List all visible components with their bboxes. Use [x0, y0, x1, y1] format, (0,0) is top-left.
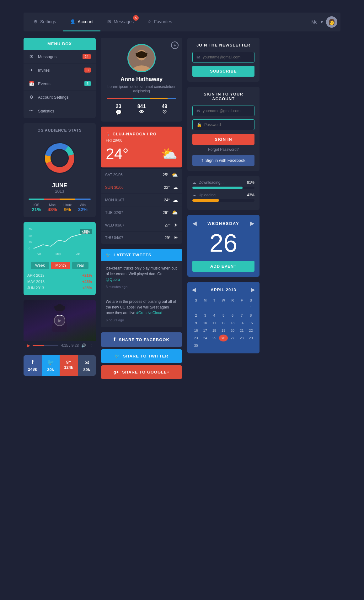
cal-grid-next-btn[interactable]: ▶ — [251, 286, 255, 293]
cal-day-cell[interactable]: 5 — [219, 312, 228, 319]
signin-password-input[interactable] — [204, 123, 251, 127]
add-event-button[interactable]: ADD EVENT — [192, 261, 254, 272]
cal-day-cell[interactable]: 26 — [219, 335, 228, 341]
cal-day-cell[interactable]: 1 — [247, 304, 255, 311]
menu-box: MENU BOX ✉ Messages 24 ✈ Invites 3 📅 Eve… — [24, 38, 96, 118]
nav-tab-settings[interactable]: ⚙ Settings — [27, 13, 63, 31]
nav-tab-settings-label: Settings — [40, 19, 56, 24]
forecast-tue: TUE 02/07 26° ⛅ — [101, 206, 182, 219]
messages-icon: ✉ — [107, 19, 111, 24]
cal-day-cell[interactable]: 16 — [192, 327, 200, 334]
subscribe-button[interactable]: SUBSCRIBE — [192, 66, 254, 77]
play-icon[interactable]: ▶ — [27, 343, 30, 348]
cal-day-cell[interactable]: 18 — [210, 327, 218, 334]
facebook-signin-button[interactable]: f Sign in with Facebook — [192, 155, 254, 166]
messages-count-badge: 24 — [83, 54, 91, 59]
social-twitter[interactable]: 🐦 30k — [42, 355, 60, 376]
cal-day-cell[interactable]: 30 — [192, 342, 200, 349]
svg-text:0: 0 — [29, 247, 30, 250]
forecast-day-mon: MON 01/07 — [105, 198, 127, 202]
cal-day-cell[interactable]: 20 — [228, 327, 237, 334]
likes-count: 49 — [153, 104, 176, 109]
newsletter-title: JOIN THE NEWSLETTER — [192, 43, 254, 47]
fullscreen-icon[interactable]: ⛶ — [88, 344, 92, 347]
nav-user[interactable]: Me ▾ 👩 — [312, 16, 337, 28]
social-googleplus[interactable]: g+ 124k — [60, 355, 78, 376]
calendar-prev-btn[interactable]: ◀ — [192, 220, 197, 227]
cal-day-cell — [192, 304, 200, 311]
svg-text:Apr: Apr — [37, 252, 41, 255]
profile-avatar — [127, 44, 156, 72]
add-button[interactable]: + — [171, 41, 179, 49]
cal-day-cell[interactable]: 3 — [201, 312, 209, 319]
social-email[interactable]: ✉ 89k — [78, 355, 96, 376]
cal-day-cell[interactable]: 8 — [247, 312, 255, 319]
cal-grid-prev-btn[interactable]: ◀ — [192, 286, 196, 293]
os-stat-linux: Linux 9% — [63, 203, 72, 212]
signin-button[interactable]: SIGN IN — [192, 134, 254, 145]
tweet-2: We are in the process of pushing out all… — [101, 294, 182, 328]
cal-day-cell[interactable]: 10 — [201, 319, 209, 326]
cal-day-cell[interactable]: 24 — [201, 335, 209, 341]
share-googleplus-button[interactable]: g+ SHARE TO GOOGLE+ — [101, 365, 182, 379]
top-nav: ⚙ Settings 👤 Account ✉ Messages 5 ☆ Favo… — [24, 13, 340, 31]
calendar-icon: 📅 — [29, 81, 34, 86]
tweet-1-link[interactable]: @Quora — [106, 277, 120, 282]
svg-text:Jun: Jun — [76, 252, 81, 255]
cal-day-cell[interactable]: 7 — [238, 312, 246, 319]
cal-day-cell[interactable]: 12 — [219, 319, 228, 326]
cal-day-cell[interactable]: 23 — [192, 335, 200, 341]
menu-item-account-settings[interactable]: ⚙ Account Settings — [24, 90, 96, 104]
chart-may-label: MAY 2013 — [27, 280, 45, 284]
share-twitter-button[interactable]: 🐦 SHARE TO TWITTER — [101, 349, 182, 363]
menu-item-messages[interactable]: ✉ Messages 24 — [24, 50, 96, 63]
forgot-password-link[interactable]: Forgot Password? — [192, 147, 254, 152]
cal-day-cell — [219, 342, 228, 349]
cal-day-cell[interactable]: 17 — [201, 327, 209, 334]
chart-apr-label: APR 2013 — [27, 273, 45, 278]
nav-tab-favorites[interactable]: ☆ Favorites — [141, 13, 179, 31]
email-count: 89k — [80, 367, 94, 372]
comments-count: 23 — [107, 104, 130, 109]
cal-day-cell[interactable]: 13 — [228, 319, 237, 326]
week-btn[interactable]: Week — [31, 262, 49, 269]
cal-day-cell[interactable]: 14 — [238, 319, 246, 326]
download-track — [192, 187, 254, 189]
tweet-2-link[interactable]: #CreativeCloud — [136, 311, 162, 315]
volume-icon[interactable]: 🔊 — [81, 343, 86, 348]
cal-header-cell: T — [210, 297, 218, 304]
cal-day-cell[interactable]: 2 — [192, 312, 200, 319]
cal-day-cell[interactable]: 21 — [238, 327, 246, 334]
year-btn[interactable]: Year — [72, 262, 88, 269]
upload-info: ☁ Uploading... 43% — [192, 193, 254, 197]
cal-day-cell[interactable]: 29 — [247, 335, 255, 341]
cal-day-cell[interactable]: 27 — [228, 335, 237, 341]
cal-day-cell[interactable]: 6 — [228, 312, 237, 319]
calendar-day-name: WEDNESDAY — [207, 221, 239, 226]
calendar-day-number: 26 — [192, 231, 254, 256]
cal-day-cell[interactable]: 25 — [210, 335, 218, 341]
newsletter-email-input[interactable] — [203, 55, 250, 59]
cal-day-cell[interactable]: 22 — [247, 327, 255, 334]
chart-stat-jun: JUN 2013 +35% — [27, 285, 92, 291]
menu-item-events[interactable]: 📅 Events 5 — [24, 77, 96, 90]
month-btn[interactable]: Month — [51, 262, 70, 269]
cal-day-cell[interactable]: 11 — [210, 319, 218, 326]
social-facebook[interactable]: f 248k — [24, 355, 42, 376]
menu-item-statistics[interactable]: 〜 Statistics — [24, 104, 96, 118]
os-stat-mac: Mac 48% — [48, 203, 57, 212]
signin-email-input[interactable] — [203, 109, 250, 113]
nav-tab-account[interactable]: 👤 Account — [63, 13, 101, 31]
nav-tab-messages[interactable]: ✉ Messages 5 — [100, 13, 141, 31]
video-progress-bar[interactable] — [33, 345, 58, 346]
menu-item-invites[interactable]: ✈ Invites 3 — [24, 63, 96, 77]
calendar-next-btn[interactable]: ▶ — [250, 220, 254, 227]
cal-day-cell[interactable]: 9 — [192, 319, 200, 326]
cal-day-cell[interactable]: 28 — [238, 335, 246, 341]
cal-day-cell[interactable]: 19 — [219, 327, 228, 334]
svg-point-5 — [51, 150, 68, 166]
share-facebook-button[interactable]: f SHARE TO FACEBOOK — [101, 332, 182, 347]
cal-day-cell[interactable]: 15 — [247, 319, 255, 326]
cal-day-cell[interactable]: 4 — [210, 312, 218, 319]
svg-text:20: 20 — [29, 234, 32, 237]
